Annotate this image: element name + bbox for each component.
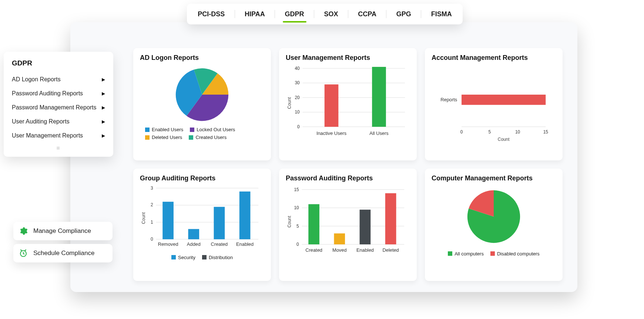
card-group-auditing[interactable]: Group Auditing Reports Count 0 1 2 3 — [133, 169, 271, 281]
caret-right-icon: ▶ — [102, 91, 105, 96]
svg-text:Reports: Reports — [440, 97, 457, 102]
svg-text:Count: Count — [287, 97, 292, 109]
sidebar-item-user-management[interactable]: User Management Reports ▶ — [12, 129, 105, 143]
bar-chart-um: Count 0 10 20 30 40 Inacti — [286, 65, 410, 142]
legend-item: Locked Out Users — [190, 127, 235, 132]
svg-rect-49 — [308, 204, 319, 244]
svg-text:10: 10 — [295, 109, 300, 115]
sidebar: GDPR AD Logon Reports ▶ Password Auditin… — [4, 52, 113, 157]
sidebar-item-password-management[interactable]: Password Management Reports ▶ — [12, 101, 105, 115]
svg-rect-50 — [334, 233, 345, 244]
drag-handle-icon[interactable]: ≡ — [12, 143, 105, 152]
svg-rect-51 — [360, 210, 371, 244]
tab-gpg[interactable]: GPG — [392, 5, 416, 23]
svg-text:0: 0 — [296, 242, 299, 247]
card-ad-logon[interactable]: AD Logon Reports Enabled Users Locked Ou… — [133, 48, 271, 160]
card-title: User Management Reports — [286, 54, 410, 62]
caret-right-icon: ▶ — [102, 133, 105, 138]
bar-chart-ga: Count 0 1 2 3 Removed — [140, 185, 264, 255]
sidebar-item-password-auditing[interactable]: Password Auditing Reports ▶ — [12, 86, 105, 101]
svg-rect-33 — [188, 229, 199, 240]
tab-gdpr[interactable]: GDPR — [281, 5, 309, 23]
svg-text:20: 20 — [295, 95, 300, 100]
card-title: Account Management Reports — [432, 54, 556, 62]
legend-item: Distribution — [202, 255, 233, 260]
svg-text:5: 5 — [296, 224, 299, 229]
tab-fisma[interactable]: FISMA — [427, 5, 456, 23]
tab-ccpa[interactable]: CCPA — [353, 5, 381, 23]
sidebar-item-label: User Auditing Reports — [12, 118, 70, 125]
clock-icon — [19, 248, 28, 258]
svg-text:30: 30 — [295, 80, 300, 85]
card-password-auditing[interactable]: Password Auditing Reports Count 0 5 10 1… — [279, 169, 417, 281]
manage-compliance-button[interactable]: Manage Compliance — [13, 222, 113, 240]
compliance-tabs: PCI-DSS HIPAA GDPR SOX CCPA GPG FISMA — [187, 4, 463, 24]
legend-item: Created Users — [189, 135, 227, 140]
card-title: Password Auditing Reports — [286, 174, 410, 182]
svg-text:0: 0 — [297, 124, 300, 129]
hbar-chart-am: Reports 0 5 10 15 Count — [432, 65, 556, 142]
card-title: Group Auditing Reports — [140, 174, 264, 182]
caret-right-icon: ▶ — [102, 119, 105, 124]
legend-item: Deleted Users — [145, 135, 182, 140]
caret-right-icon: ▶ — [102, 77, 105, 82]
svg-text:Removed: Removed — [158, 241, 178, 247]
tab-pcidss[interactable]: PCI-DSS — [193, 5, 229, 23]
svg-text:Count: Count — [498, 137, 510, 142]
svg-text:0: 0 — [151, 237, 153, 242]
tab-hipaa[interactable]: HIPAA — [240, 5, 269, 23]
legend-item: Security — [171, 255, 195, 260]
svg-rect-35 — [239, 191, 251, 239]
svg-text:15: 15 — [543, 129, 549, 135]
card-account-management[interactable]: Account Management Reports Reports 0 5 1… — [425, 48, 563, 160]
bar-chart-pa: Count 0 5 10 15 Created — [286, 185, 410, 262]
legend-item: All computers — [448, 251, 484, 257]
legend-item: Disabled computers — [490, 251, 540, 257]
svg-text:2: 2 — [151, 202, 153, 207]
legend-item: Enabled Users — [145, 127, 183, 132]
svg-text:0: 0 — [460, 129, 463, 135]
pie-chart-cm — [432, 185, 556, 251]
svg-text:15: 15 — [294, 187, 299, 192]
svg-text:Enabled: Enabled — [356, 247, 374, 253]
svg-rect-12 — [372, 67, 386, 127]
svg-text:3: 3 — [151, 186, 153, 191]
svg-text:Created: Created — [211, 241, 228, 247]
svg-text:Created: Created — [305, 247, 322, 253]
sidebar-item-label: Password Management Reports — [12, 104, 97, 111]
sidebar-item-user-auditing[interactable]: User Auditing Reports ▶ — [12, 115, 105, 129]
svg-text:Added: Added — [187, 241, 201, 247]
dashboard-panel: AD Logon Reports Enabled Users Locked Ou… — [70, 22, 577, 292]
svg-text:10: 10 — [515, 129, 520, 135]
svg-rect-34 — [214, 207, 225, 240]
svg-rect-16 — [462, 95, 546, 105]
svg-rect-32 — [162, 202, 174, 239]
svg-text:Deleted: Deleted — [383, 247, 399, 253]
svg-rect-11 — [325, 84, 339, 127]
card-computer-management[interactable]: Computer Management Reports All computer… — [425, 169, 563, 281]
cards-grid: AD Logon Reports Enabled Users Locked Ou… — [133, 48, 563, 281]
svg-text:Count: Count — [141, 212, 146, 224]
sidebar-item-label: AD Logon Reports — [12, 76, 61, 83]
schedule-compliance-button[interactable]: Schedule Compliance — [13, 244, 113, 262]
sidebar-item-ad-logon[interactable]: AD Logon Reports ▶ — [12, 72, 105, 86]
svg-text:Moved: Moved — [332, 247, 347, 253]
card-title: Computer Management Reports — [432, 174, 556, 182]
svg-text:1: 1 — [151, 220, 153, 225]
svg-text:All Users: All Users — [369, 130, 388, 136]
svg-text:Count: Count — [287, 216, 292, 227]
sidebar-item-label: Password Auditing Reports — [12, 90, 83, 97]
card-title: AD Logon Reports — [140, 54, 264, 62]
sidebar-title: GDPR — [12, 59, 105, 67]
action-label: Manage Compliance — [33, 227, 91, 235]
sidebar-item-label: User Management Reports — [12, 132, 83, 139]
svg-text:10: 10 — [294, 205, 299, 210]
svg-text:Enabled: Enabled — [236, 241, 254, 247]
gear-icon — [19, 226, 28, 236]
tab-sox[interactable]: SOX — [319, 5, 342, 23]
svg-text:Inactive Users: Inactive Users — [316, 130, 346, 136]
action-label: Schedule Compliance — [33, 250, 94, 257]
card-user-management[interactable]: User Management Reports Count 0 10 20 30 — [279, 48, 417, 160]
svg-rect-52 — [385, 193, 396, 244]
svg-text:40: 40 — [295, 66, 300, 71]
